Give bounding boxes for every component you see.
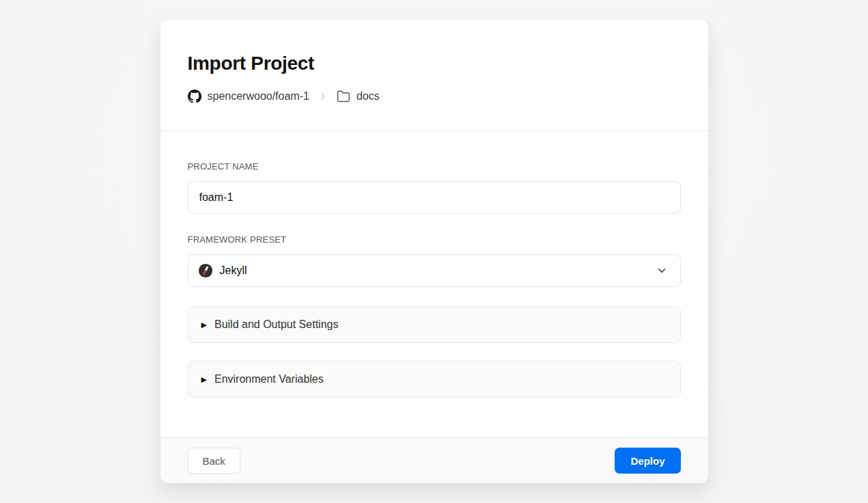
framework-select[interactable]: Jekyll bbox=[188, 254, 681, 287]
modal-header: Import Project spencerwooo/foam-1 docs bbox=[160, 20, 708, 131]
github-icon bbox=[188, 90, 201, 103]
breadcrumb: spencerwooo/foam-1 docs bbox=[188, 90, 681, 103]
breadcrumb-repo: spencerwooo/foam-1 bbox=[208, 90, 309, 103]
folder-icon bbox=[337, 90, 350, 103]
framework-preset-label: FRAMEWORK PRESET bbox=[188, 234, 681, 245]
page-title: Import Project bbox=[188, 53, 681, 74]
accordion-label: Build and Output Settings bbox=[214, 318, 338, 331]
build-output-settings-accordion[interactable]: ▶ Build and Output Settings bbox=[188, 306, 681, 343]
project-name-input[interactable] bbox=[188, 181, 681, 214]
accordion-triangle-icon: ▶ bbox=[201, 321, 207, 329]
modal-footer: Back Deploy bbox=[160, 437, 708, 483]
environment-variables-accordion[interactable]: ▶ Environment Variables bbox=[188, 361, 681, 398]
back-button[interactable]: Back bbox=[188, 448, 240, 474]
accordion-triangle-icon: ▶ bbox=[201, 376, 207, 383]
deploy-button[interactable]: Deploy bbox=[615, 448, 680, 474]
chevron-down-icon bbox=[656, 264, 668, 277]
breadcrumb-chevron-icon bbox=[318, 91, 328, 102]
framework-selected-value: Jekyll bbox=[220, 264, 247, 277]
project-name-label: PROJECT NAME bbox=[188, 161, 681, 172]
breadcrumb-subdir: docs bbox=[356, 90, 380, 103]
accordion-label: Environment Variables bbox=[214, 373, 324, 385]
jekyll-icon bbox=[198, 263, 213, 278]
modal-body: PROJECT NAME FRAMEWORK PRESET Jekyll bbox=[160, 131, 708, 437]
import-project-modal: Import Project spencerwooo/foam-1 docs bbox=[160, 20, 708, 483]
